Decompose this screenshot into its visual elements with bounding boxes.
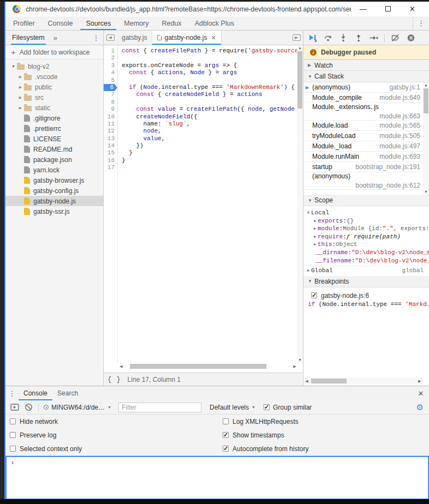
step-icon[interactable] bbox=[369, 33, 378, 42]
line-number[interactable]: 4 bbox=[104, 69, 117, 76]
scrollbar-thumb[interactable] bbox=[424, 88, 428, 113]
chevron-right-icon[interactable]: ▶ bbox=[312, 241, 318, 249]
setting-show-timestamps[interactable]: Show timestamps bbox=[223, 428, 308, 442]
tab-memory[interactable]: Memory bbox=[118, 16, 154, 30]
scrollbar-thumb[interactable] bbox=[130, 364, 266, 369]
call-stack-frame[interactable]: Module._compilemodule.js:649 bbox=[303, 93, 429, 103]
editor-tab-gatsby-node-js[interactable]: gatsby-node.js✕ bbox=[152, 31, 221, 45]
line-number[interactable]: 2 bbox=[104, 55, 117, 62]
tab-profiler[interactable]: Profiler bbox=[8, 16, 40, 30]
tab-filesystem[interactable]: Filesystem bbox=[11, 31, 46, 45]
editor-horizontal-scrollbar[interactable]: ◀ ▶ bbox=[118, 363, 298, 370]
section-breakpoints[interactable]: ▼ Breakpoints bbox=[303, 276, 429, 287]
line-number[interactable]: 11 bbox=[104, 121, 117, 128]
line-number[interactable]: 7 bbox=[104, 91, 117, 98]
breakpoint-checkbox[interactable] bbox=[311, 292, 317, 298]
tree-item-package-json[interactable]: package.json bbox=[5, 154, 103, 165]
tree-item-gatsby-ssr-js[interactable]: gatsby-ssr.js bbox=[5, 206, 103, 217]
console-settings-gear-icon[interactable]: ⚙ bbox=[416, 403, 424, 412]
call-stack-frame[interactable]: startupbootstrap_node.js:191 bbox=[303, 162, 429, 172]
more-tabs-icon[interactable]: » bbox=[53, 31, 57, 45]
setting-selected-context-only[interactable]: Selected context only bbox=[10, 442, 82, 455]
tree-item-license[interactable]: LICENSE bbox=[5, 134, 103, 144]
line-number[interactable]: 1 bbox=[104, 47, 117, 55]
call-stack-frame[interactable]: ▶(anonymous)gatsby.js:1 bbox=[303, 82, 429, 93]
close-button[interactable]: ✕ bbox=[400, 5, 425, 13]
call-stack-frame[interactable]: Module.runMainmodule.js:693 bbox=[303, 152, 429, 162]
pretty-print-icon[interactable]: { } bbox=[108, 376, 121, 383]
checkbox-icon[interactable] bbox=[223, 432, 229, 438]
tree-item-gatsby-node-js[interactable]: gatsby-node.js bbox=[5, 196, 103, 206]
drawer-tab-console[interactable]: Console bbox=[19, 386, 52, 400]
tab-adblock-plus[interactable]: Adblock Plus bbox=[189, 16, 240, 30]
drawer-close-icon[interactable]: ✕ bbox=[413, 386, 429, 400]
hide-navigator-button[interactable]: ◀ bbox=[104, 31, 117, 45]
tab-console[interactable]: Console bbox=[43, 16, 79, 30]
scroll-left-icon[interactable]: ◀ bbox=[118, 364, 124, 369]
tree-item-readme-md[interactable]: README.md bbox=[5, 144, 103, 154]
chevron-right-icon[interactable]: ▶ bbox=[312, 225, 318, 233]
line-number[interactable]: 12 bbox=[104, 128, 117, 135]
drawer-tab-search[interactable]: Search bbox=[52, 386, 83, 400]
editor-tab-gatsby-js[interactable]: gatsby.js bbox=[117, 31, 152, 45]
breakpoint-marker[interactable]: 6 bbox=[104, 84, 117, 91]
execution-context-selector[interactable]: MINGW64:/d/de… ▼ bbox=[44, 404, 111, 411]
checkbox-icon[interactable] bbox=[10, 446, 16, 452]
line-number-gutter[interactable]: 1234567891011121314151617 bbox=[104, 45, 118, 363]
navigator-menu-icon[interactable]: ⋮ bbox=[89, 31, 103, 45]
chevron-right-icon[interactable]: ▶ bbox=[17, 85, 24, 89]
line-number[interactable]: 14 bbox=[104, 142, 117, 149]
minimize-button[interactable]: — bbox=[351, 5, 376, 13]
scope-global[interactable]: ▶Globalglobal bbox=[303, 266, 429, 274]
deactivate-breakpoints-icon[interactable] bbox=[391, 33, 400, 42]
line-number[interactable]: 16 bbox=[104, 157, 117, 164]
line-number[interactable]: 8 bbox=[104, 99, 117, 106]
checkbox-icon[interactable] bbox=[10, 432, 16, 438]
sidebar-horizontal-scrollbar[interactable]: ◀ ▶ bbox=[303, 377, 423, 385]
setting-preserve-log[interactable]: Preserve log bbox=[10, 428, 82, 442]
scroll-down-icon[interactable]: ▼ bbox=[423, 189, 429, 195]
line-number[interactable]: 17 bbox=[104, 164, 117, 171]
console-prompt-icon[interactable]: › bbox=[7, 457, 428, 467]
chevron-right-icon[interactable]: ▶ bbox=[17, 106, 24, 110]
line-number[interactable]: 13 bbox=[104, 135, 117, 142]
tree-item-yarn-lock[interactable]: yarn.lock bbox=[5, 165, 103, 175]
tab-sources[interactable]: Sources bbox=[80, 16, 116, 30]
scope-property[interactable]: __dirname: "D:\dev\blog-v2\node_mo bbox=[303, 249, 429, 257]
call-stack-frame[interactable]: (anonymous)bootstrap_node.js:612 bbox=[303, 172, 429, 190]
log-levels-dropdown[interactable]: Default levels ▼ bbox=[210, 404, 255, 411]
chevron-right-icon[interactable]: ▶ bbox=[312, 217, 318, 225]
scroll-left-icon[interactable]: ◀ bbox=[303, 379, 310, 383]
show-console-sidebar-icon[interactable] bbox=[10, 403, 19, 412]
line-number[interactable]: 5 bbox=[104, 77, 117, 84]
code-editor-area[interactable]: 1234567891011121314151617 const { create… bbox=[104, 45, 303, 363]
checkbox-icon[interactable] bbox=[223, 418, 229, 424]
section-scope[interactable]: ▼ Scope bbox=[303, 195, 429, 206]
setting-autocomplete-from-history[interactable]: Autocomplete from history bbox=[223, 442, 308, 455]
scrollbar-thumb[interactable] bbox=[297, 51, 302, 109]
step-into-icon[interactable] bbox=[338, 33, 348, 42]
maximize-button[interactable] bbox=[376, 5, 400, 13]
call-stack-scrollbar[interactable]: ▲ ▼ bbox=[423, 82, 429, 195]
call-stack-frame[interactable]: tryModuleLoadmodule.js:505 bbox=[303, 131, 429, 141]
tree-item--vscode[interactable]: ▶.vscode bbox=[5, 71, 103, 82]
checkbox-icon[interactable] bbox=[10, 418, 16, 424]
chevron-right-icon[interactable]: ▶ bbox=[17, 75, 24, 79]
step-over-icon[interactable] bbox=[323, 33, 332, 42]
scope-property[interactable]: ▶module: Module {id: ".", exports: {…}} bbox=[303, 225, 429, 233]
scroll-right-icon[interactable]: ▶ bbox=[416, 379, 423, 383]
scope-local[interactable]: ▼Local bbox=[303, 209, 429, 217]
call-stack-frame[interactable]: Module._loadmodule.js:497 bbox=[303, 141, 429, 152]
console-messages-area[interactable]: › bbox=[5, 456, 429, 499]
editor-vertical-scrollbar[interactable]: ▲ ▼ bbox=[297, 45, 303, 363]
call-stack-frame[interactable]: Module.loadmodule.js:565 bbox=[303, 121, 429, 131]
line-number[interactable]: 3 bbox=[104, 62, 117, 69]
section-watch[interactable]: ▶ Watch bbox=[303, 59, 429, 71]
scroll-up-icon[interactable]: ▲ bbox=[297, 45, 303, 51]
step-out-icon[interactable] bbox=[354, 33, 363, 42]
clear-console-icon[interactable] bbox=[24, 403, 33, 412]
main-menu-icon[interactable]: ⋮ bbox=[413, 16, 429, 30]
pause-on-exceptions-icon[interactable] bbox=[406, 33, 415, 42]
add-folder-button[interactable]: + Add folder to workspace bbox=[5, 45, 103, 59]
line-number[interactable]: 9 bbox=[104, 106, 117, 113]
